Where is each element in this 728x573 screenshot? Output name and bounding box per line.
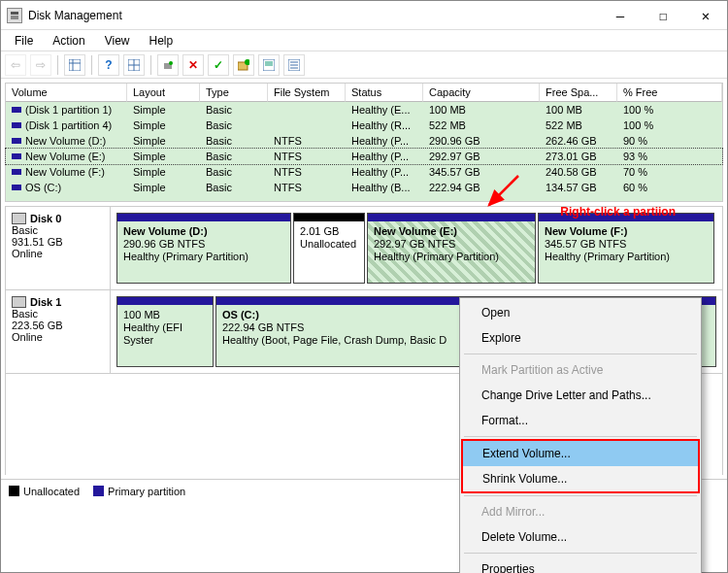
volume-name: (Disk 1 partition 1) [25,104,112,116]
partition-efi[interactable]: 100 MB Healthy (EFI Syster [116,296,214,367]
toolbar-separator [91,55,92,75]
view-grid-button[interactable] [64,54,85,76]
col-percent-free[interactable]: % Free [617,84,722,102]
refresh-button[interactable] [157,54,179,76]
svg-rect-2 [69,59,81,71]
annotation-label: Right-click a partiion [560,205,676,219]
volume-pct: 100 % [617,102,722,118]
menu-action[interactable]: Action [43,32,94,50]
partition-title: New Volume (D:) [123,225,284,238]
disk-icon [12,213,26,224]
expand-icon[interactable] [258,54,280,76]
volume-free: 100 MB [540,102,617,118]
volume-status: Healthy (E... [346,102,423,118]
legend-primary: Primary partition [108,486,185,497]
disk-size: 931.51 GB [12,236,104,248]
ctx-add-mirror: Add Mirror... [462,499,699,524]
disk-info: Disk 1 Basic 223.56 GB Online [6,290,111,373]
col-free[interactable]: Free Spa... [540,84,617,102]
partition-status: Healthy (EFI Syster [123,321,207,347]
context-menu: Open Explore Mark Partition as Active Ch… [459,297,702,573]
col-capacity[interactable]: Capacity [423,84,540,102]
list-icon[interactable] [283,54,305,76]
volume-fs [268,102,346,118]
svg-rect-1 [11,12,18,15]
help-icon[interactable]: ? [98,54,119,76]
col-filesystem[interactable]: File System [268,84,346,102]
ctx-format[interactable]: Format... [462,408,699,433]
ctx-mark-active: Mark Partition as Active [462,357,699,383]
unallocated-swatch [9,486,19,496]
partition-unallocated[interactable]: 2.01 GB Unallocated [293,213,365,284]
volume-row[interactable]: OS (C:) Simple Basic NTFS Healthy (B... … [6,180,722,195]
volume-row[interactable]: (Disk 1 partition 4) Simple Basic Health… [6,118,722,133]
grid2-button[interactable] [123,54,145,76]
svg-rect-13 [265,61,273,66]
menu-file[interactable]: File [5,32,43,50]
minimize-button[interactable]: — [599,1,642,30]
check-icon[interactable]: ✓ [208,54,229,76]
volume-icon [12,153,21,159]
volume-row[interactable]: New Volume (D:) Simple Basic NTFS Health… [6,133,722,149]
new-partition-icon[interactable] [233,54,254,76]
toolbar: ⇦ ⇨ ? ✕ ✓ [1,51,727,79]
partition-size: 345.57 GB NTFS [545,238,708,251]
toolbar-separator [150,55,151,75]
menubar: File Action View Help [1,30,727,51]
col-type[interactable]: Type [200,84,268,102]
volume-row[interactable]: New Volume (F:) Simple Basic NTFS Health… [6,164,722,180]
partition-title: New Volume (E:) [374,225,529,238]
context-separator [464,553,697,554]
svg-point-9 [169,61,173,65]
ctx-change-letter[interactable]: Change Drive Letter and Paths... [462,383,699,408]
ctx-extend-volume[interactable]: Extend Volume... [463,441,698,466]
volume-name: New Volume (D:) [25,135,106,147]
context-separator [464,495,697,496]
disk-state: Online [12,331,104,343]
volume-icon [12,107,21,113]
context-separator [464,354,697,354]
ctx-properties[interactable]: Properties [462,556,699,573]
ctx-explore[interactable]: Explore [462,325,699,351]
partition-status: Healthy (Primary Partition) [123,251,284,263]
volume-icon [12,185,21,190]
ctx-open[interactable]: Open [462,300,699,325]
annotation-highlight-box: Extend Volume... Shrink Volume... [461,439,700,493]
partition-size: 292.97 GB NTFS [374,238,529,251]
disk-name: Disk 0 [30,213,61,224]
disk-row: Disk 0 Basic 931.51 GB Online Right-clic… [6,207,722,290]
col-volume[interactable]: Volume [6,84,127,102]
disk-type: Basic [12,308,104,320]
col-status[interactable]: Status [346,84,423,102]
delete-icon[interactable]: ✕ [182,54,204,76]
volume-name: New Volume (F:) [25,166,105,178]
ctx-delete-volume[interactable]: Delete Volume... [462,524,699,550]
menu-help[interactable]: Help [140,32,183,50]
volume-type: Basic [200,102,268,118]
volume-icon [12,169,21,175]
disk-info: Disk 0 Basic 931.51 GB Online [6,207,111,289]
ctx-shrink-volume[interactable]: Shrink Volume... [463,466,698,491]
partition-e-selected[interactable]: New Volume (E:) 292.97 GB NTFS Healthy (… [367,213,536,284]
menu-view[interactable]: View [95,32,140,50]
disk-size: 223.56 GB [12,320,104,331]
volume-name: (Disk 1 partition 4) [25,119,112,131]
partition-title: New Volume (F:) [545,225,708,238]
close-button[interactable]: ✕ [684,1,727,30]
partition-f[interactable]: New Volume (F:) 345.57 GB NTFS Healthy (… [538,213,714,284]
volume-row[interactable]: (Disk 1 partition 1) Simple Basic Health… [6,102,722,118]
back-button[interactable]: ⇦ [5,54,26,76]
primary-swatch [93,486,104,496]
disk-icon [12,296,26,308]
partition-status: Unallocated [300,238,358,251]
volume-name: New Volume (E:) [25,151,106,162]
volume-name: OS (C:) [25,182,61,193]
volume-list: Volume Layout Type File System Status Ca… [5,83,723,202]
maximize-button[interactable]: ☐ [642,1,684,30]
app-icon [7,8,22,23]
volume-row-selected[interactable]: New Volume (E:) Simple Basic NTFS Health… [6,149,722,164]
col-layout[interactable]: Layout [127,84,200,102]
partition-d[interactable]: New Volume (D:) 290.96 GB NTFS Healthy (… [116,213,291,284]
volume-capacity: 100 MB [423,102,540,118]
forward-button[interactable]: ⇨ [30,54,51,76]
